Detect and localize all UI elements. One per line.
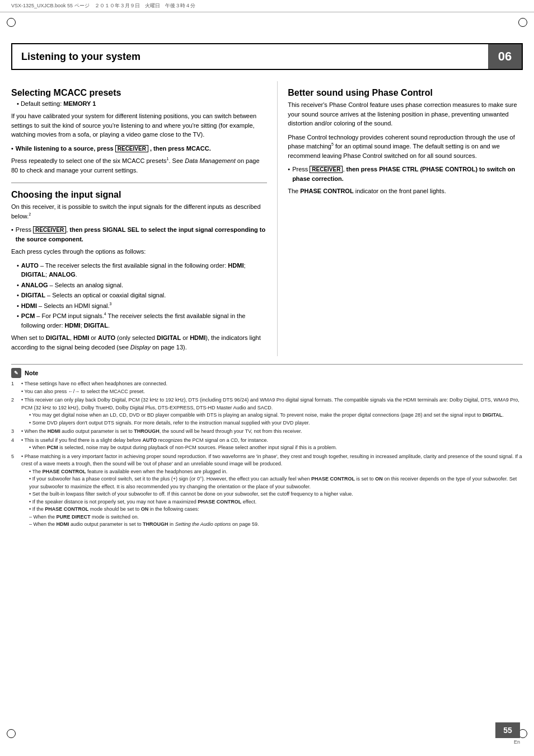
note-item-3: 3 • When the HDMI audio output parameter… xyxy=(11,428,523,436)
input-signal-instruction: Press RECEIVER, then press SIGNAL SEL to… xyxy=(11,225,267,244)
chapter-header: Listening to your system 06 xyxy=(11,43,523,70)
chapter-title: Listening to your system xyxy=(21,51,140,63)
top-bar: VSX-1325_UXJCB.book 55 ページ ２０１０年３月９日 火曜日… xyxy=(0,0,534,12)
options-list: AUTO – The receiver selects the first av… xyxy=(17,261,267,330)
option-analog: ANALOG – Selects an analog signal. xyxy=(17,281,267,290)
mcacc-instr-bold: While listening to a source, press xyxy=(16,145,115,152)
chapter-title-area: Listening to your system xyxy=(12,44,488,69)
receiver-key-phase: RECEIVER xyxy=(310,166,343,173)
right-column: Better sound using Phase Control This re… xyxy=(277,81,523,356)
section-divider-1 xyxy=(11,183,267,183)
note-label: Note xyxy=(25,370,38,376)
phase-control-title: Better sound using Phase Control xyxy=(288,88,523,98)
note-item-5: 5 • Phase matching is a very important f… xyxy=(11,453,523,529)
option-auto: AUTO – The receiver selects the first av… xyxy=(17,261,267,279)
cycle-text: Each press cycles through the options as… xyxy=(11,247,267,256)
option-pcm: PCM – For PCM input signals.4 The receiv… xyxy=(17,311,267,330)
note-icon: ✎ xyxy=(11,368,21,378)
receiver-key-signal: RECEIVER xyxy=(33,226,66,234)
note-content: 1 • These settings have no effect when h… xyxy=(11,380,523,529)
corner-mark-bl xyxy=(6,728,17,739)
mcacc-body2: Press repeatedly to select one of the si… xyxy=(11,156,267,175)
chapter-number-box: 06 xyxy=(488,44,522,69)
mcacc-title: Selecting MCACC presets xyxy=(11,88,267,98)
option-hdmi: HDMI – Selects an HDMI signal.3 xyxy=(17,301,267,311)
page-lang: En xyxy=(514,739,520,745)
note-item-2: 2 • This receiver can only play back Dol… xyxy=(11,396,523,427)
phase-control-section: Better sound using Phase Control This re… xyxy=(288,88,523,196)
page: VSX-1325_UXJCB.book 55 ページ ２０１０年３月９日 火曜日… xyxy=(0,0,534,756)
phase-control-body2: Phase Control technology provides cohere… xyxy=(288,133,523,161)
file-info: VSX-1325_UXJCB.book 55 ページ ２０１０年３月９日 火曜日… xyxy=(11,2,195,10)
mcacc-subtitle: • Default setting: MEMORY 1 xyxy=(11,100,267,107)
mcacc-section: Selecting MCACC presets • Default settin… xyxy=(11,88,267,175)
input-signal-body1: On this receiver, it is possible to swit… xyxy=(11,202,267,221)
option-digital: DIGITAL – Selects an optical or coaxial … xyxy=(17,291,267,300)
input-signal-title: Choosing the input signal xyxy=(11,190,267,200)
note-item-4: 4 • This is useful if you find there is … xyxy=(11,437,523,452)
input-signal-section: Choosing the input signal On this receiv… xyxy=(11,190,267,352)
mcacc-body1: If you have calibrated your system for d… xyxy=(11,111,267,139)
mcacc-data-mgmt-link: Data Management xyxy=(185,157,236,164)
page-footer: 55 En xyxy=(495,722,520,745)
content-area: Selecting MCACC presets • Default settin… xyxy=(11,81,523,356)
input-signal-closing: When set to DIGITAL, HDMI or AUTO (only … xyxy=(11,333,267,352)
phase-control-body1: This receiver's Phase Control feature us… xyxy=(288,100,523,128)
left-column: Selecting MCACC presets • Default settin… xyxy=(11,81,277,356)
phase-control-indicator: The PHASE CONTROL indicator on the front… xyxy=(288,186,523,196)
mcacc-default: MEMORY 1 xyxy=(63,100,96,107)
phase-control-instruction: Press RECEIVER, then press PHASE CTRL (P… xyxy=(288,165,523,183)
note-section: ✎ Note 1 • These settings have no effect… xyxy=(11,364,523,529)
note-header: ✎ Note xyxy=(11,368,523,378)
mcacc-instruction: While listening to a source, press RECEI… xyxy=(11,144,267,153)
corner-mark-tr xyxy=(517,17,528,28)
corner-mark-tl xyxy=(6,17,17,28)
note-item-1: 1 • These settings have no effect when h… xyxy=(11,380,523,395)
page-number: 55 xyxy=(495,722,520,738)
receiver-key-mcacc: RECEIVER xyxy=(115,145,148,152)
